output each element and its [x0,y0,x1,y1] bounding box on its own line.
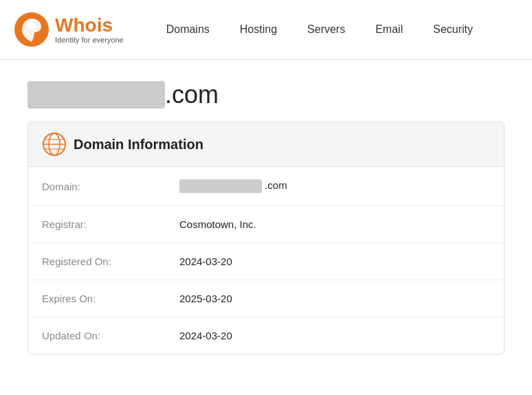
info-card-title: Domain Information [74,137,203,153]
domain-value-blurred [179,179,262,193]
domain-name-blurred [27,81,165,109]
domain-tld: .com [165,80,219,109]
site-header: Whois Identity for everyone Domains Host… [0,0,532,60]
domain-info-table: Domain: .com Registrar: Cosmotown, Inc. … [28,167,504,354]
table-row: Updated On: 2024-03-20 [28,317,504,354]
field-value-registrar: Cosmotown, Inc. [166,206,504,243]
domain-info-card: Domain Information Domain: .com Registra… [27,122,505,354]
field-label-registrar: Registrar: [28,206,166,243]
domain-title-area: .com [27,80,505,109]
nav-hosting[interactable]: Hosting [225,0,292,60]
svg-point-1 [27,21,36,30]
main-nav: Domains Hosting Servers Email Security [151,0,488,60]
field-value-updated-on: 2024-03-20 [166,317,504,354]
logo-brand: Whois [55,15,124,36]
logo-icon [14,12,49,47]
table-row: Domain: .com [28,167,504,206]
nav-servers[interactable]: Servers [292,0,360,60]
table-row: Registrar: Cosmotown, Inc. [28,206,504,243]
field-value-domain: .com [166,167,504,206]
field-label-expires-on: Expires On: [28,280,166,317]
field-label-domain: Domain: [28,167,166,206]
info-card-header: Domain Information [28,122,504,167]
field-value-registered-on: 2024-03-20 [166,243,504,280]
field-value-expires-on: 2025-03-20 [166,280,504,317]
logo-tagline: Identity for everyone [55,36,124,44]
table-row: Registered On: 2024-03-20 [28,243,504,280]
field-label-updated-on: Updated On: [28,317,166,354]
logo-link[interactable]: Whois Identity for everyone [14,12,124,47]
nav-security[interactable]: Security [418,0,488,60]
nav-email[interactable]: Email [360,0,418,60]
main-content: .com Domain Information Domain: .com [0,60,532,368]
www-globe-icon [42,132,67,157]
table-row: Expires On: 2025-03-20 [28,280,504,317]
nav-domains[interactable]: Domains [151,0,225,60]
logo-text: Whois Identity for everyone [55,15,124,45]
field-label-registered-on: Registered On: [28,243,166,280]
